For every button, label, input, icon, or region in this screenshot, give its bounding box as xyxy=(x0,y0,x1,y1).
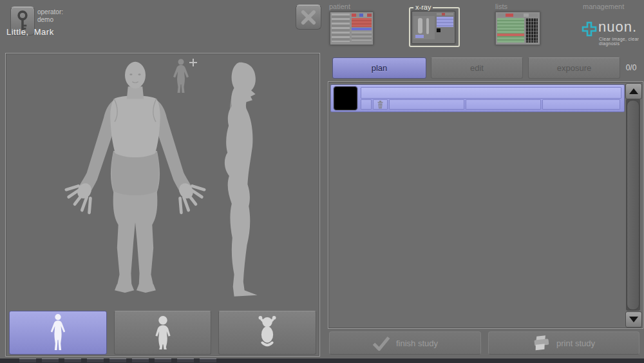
operator-name: demo xyxy=(37,16,63,24)
list-scrollbar xyxy=(625,83,641,326)
delete-exposure-button[interactable] xyxy=(373,99,388,110)
exposure-row-status-cell xyxy=(361,99,372,110)
finish-study-label: finish study xyxy=(396,338,438,348)
tab-management[interactable]: management nuon. Clear image, clear diag… xyxy=(582,3,643,45)
print-study-button[interactable]: print study xyxy=(488,331,639,355)
side-body-figure[interactable] xyxy=(213,60,269,304)
body-selector-panel xyxy=(5,53,320,357)
operator-label: operator: xyxy=(37,8,63,16)
child-figure-icon xyxy=(153,315,173,350)
patient-type-adult-button[interactable] xyxy=(9,311,107,355)
figure-with-plus-icon[interactable] xyxy=(169,57,198,95)
print-study-label: print study xyxy=(556,338,595,348)
exposure-list xyxy=(328,81,643,329)
mode-edit-label: edit xyxy=(470,63,484,73)
check-icon xyxy=(372,336,390,351)
patient-type-baby-button[interactable] xyxy=(218,311,316,355)
exposure-row-cell xyxy=(542,99,620,110)
brand-tagline: Clear image, clear diagnosis xyxy=(599,37,643,46)
mode-plan-label: plan xyxy=(372,63,388,73)
scroll-down-button[interactable] xyxy=(625,311,642,328)
front-body-figure[interactable] xyxy=(62,60,209,302)
brand-name: nuon. xyxy=(598,20,637,34)
mode-exposure-button[interactable]: exposure xyxy=(528,57,620,79)
xray-tab-thumbnail xyxy=(412,11,455,44)
scrollbar-thumb[interactable] xyxy=(627,100,639,310)
printer-icon xyxy=(532,335,551,352)
exposure-row-cell xyxy=(466,99,541,110)
patient-name: Little, Mark xyxy=(6,27,54,37)
tab-patient-label: patient xyxy=(329,3,374,10)
triangle-up-icon xyxy=(629,88,638,94)
exposure-row-cell xyxy=(389,99,464,110)
close-patient-button[interactable] xyxy=(296,5,321,30)
tab-management-label: management xyxy=(583,3,624,10)
finish-study-button[interactable]: finish study xyxy=(329,331,481,355)
tab-lists-label: lists xyxy=(495,3,542,10)
mode-exposure-label: exposure xyxy=(557,63,591,73)
patient-type-row xyxy=(9,311,316,355)
scroll-up-button[interactable] xyxy=(625,83,642,99)
patient-type-child-button[interactable] xyxy=(114,311,212,355)
exposure-counter: 0/0 xyxy=(620,63,643,72)
trash-icon xyxy=(377,101,384,109)
taskbar-strip xyxy=(0,358,644,363)
exposure-row-thumbnail[interactable] xyxy=(334,86,357,110)
adult-figure-icon xyxy=(49,313,67,352)
app-window: operator: demo Little, Mark patient x-ra… xyxy=(0,0,644,363)
exposure-row[interactable] xyxy=(330,84,625,112)
exposure-row-title-bar xyxy=(361,87,621,99)
tab-xray-label: x-ray xyxy=(413,3,433,11)
lists-tab-thumbnail xyxy=(495,12,540,45)
scrollbar-track[interactable] xyxy=(626,99,640,311)
tab-lists[interactable]: lists xyxy=(495,3,542,45)
exposure-row-cells xyxy=(361,99,620,110)
baby-figure-icon xyxy=(256,315,278,350)
tab-xray[interactable]: x-ray xyxy=(409,7,460,47)
mode-plan-button[interactable]: plan xyxy=(332,57,426,79)
medical-cross-icon xyxy=(582,21,597,37)
mode-edit-button[interactable]: edit xyxy=(431,57,523,79)
x-cross-icon xyxy=(301,10,316,25)
patient-tab-thumbnail xyxy=(330,12,374,45)
tab-patient[interactable]: patient xyxy=(329,3,374,45)
triangle-down-icon xyxy=(629,317,638,322)
